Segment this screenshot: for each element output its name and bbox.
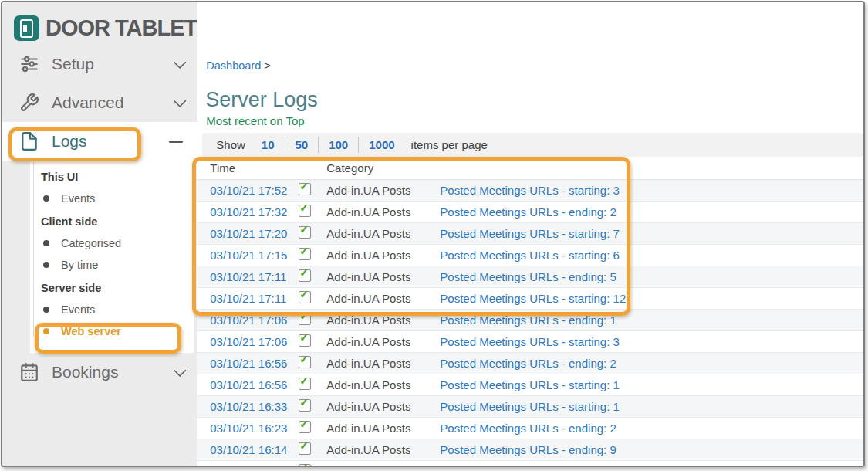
tree-item-label: Web server xyxy=(61,325,121,337)
table-row: 03/10/21 17:20 ✓ Add-in.UA Posts Posted … xyxy=(197,223,863,245)
log-time-link[interactable]: 03/10/21 17:20 xyxy=(210,227,287,240)
bullet-icon xyxy=(43,262,49,268)
log-category: Add-in.UA Posts xyxy=(326,465,440,466)
tree-section-label: This UI xyxy=(41,171,194,183)
log-message-link[interactable]: Posted Meetings URLs - ending: 9 xyxy=(440,443,616,456)
page-size-option-1000[interactable]: 1000 xyxy=(358,137,404,153)
log-message-link[interactable]: Posted Meetings URLs - starting: 12 xyxy=(440,292,626,305)
log-time-link[interactable]: 03/10/21 16:23 xyxy=(210,422,287,435)
log-time-link[interactable]: 03/10/21 17:11 xyxy=(210,292,286,305)
log-message-link[interactable]: Posted Meetings URLs - starting: 3 xyxy=(440,184,620,197)
screenshot-frame: DOOR TABLET Setup Advanced xyxy=(0,0,868,471)
log-category: Add-in.UA Posts xyxy=(326,313,440,327)
page-size-option-10[interactable]: 10 xyxy=(252,137,285,153)
log-message-link[interactable]: Posted Meetings URLs - ending: 1 xyxy=(440,313,616,327)
page-size-option-100[interactable]: 100 xyxy=(318,137,358,153)
log-time-link[interactable]: 03/10/21 17:32 xyxy=(210,205,287,219)
sidebar-item-label: Advanced xyxy=(52,93,174,112)
column-header-category: Category xyxy=(326,161,440,175)
table-row: 03/10/21 16:14 ✓ Add-in.UA Posts Posted … xyxy=(197,439,863,461)
log-message-link[interactable]: Posted Meetings URLs - starting: 6 xyxy=(440,249,620,262)
log-time-link[interactable]: 03/10/21 17:06 xyxy=(210,313,287,327)
collapse-minus-icon[interactable] xyxy=(169,141,183,143)
checked-note-icon: ✓ xyxy=(299,313,311,325)
log-message-link[interactable]: Posted Meetings URLs - starting: 7 xyxy=(440,227,620,240)
wrench-icon xyxy=(19,93,39,113)
log-message-link[interactable]: Posted Meetings URLs - ending: 2 xyxy=(440,422,616,435)
checked-note-icon: ✓ xyxy=(299,269,311,282)
sidebar-item-label: Bookings xyxy=(52,363,174,381)
bullet-icon xyxy=(43,307,49,313)
show-label: Show xyxy=(216,138,245,151)
checked-note-icon: ✓ xyxy=(299,248,311,260)
tree-item-label: By time xyxy=(61,259,98,271)
log-time-link[interactable]: 03/10/21 16:14 xyxy=(210,443,287,456)
breadcrumb-dashboard-link[interactable]: Dashboard xyxy=(206,59,261,72)
log-category: Add-in.UA Posts xyxy=(326,443,440,456)
table-row: 03/10/21 17:11 ✓ Add-in.UA Posts Posted … xyxy=(197,266,863,288)
log-time-link[interactable]: 03/10/21 17:52 xyxy=(210,184,287,197)
door-tablet-logo-icon xyxy=(14,15,39,41)
table-row: 03/10/21 16:23 ✓ Add-in.UA Posts Posted … xyxy=(197,418,863,439)
sidebar-item-setup[interactable]: Setup xyxy=(2,45,197,83)
sidebar-item-events[interactable]: Events xyxy=(30,188,194,208)
log-time-link[interactable]: 03/10/21 16:33 xyxy=(210,400,287,413)
calendar-icon xyxy=(19,362,39,382)
checked-note-icon: ✓ xyxy=(299,464,311,466)
bullet-icon xyxy=(43,328,49,334)
app-window: DOOR TABLET Setup Advanced xyxy=(1,1,865,467)
logs-tree: This UIEventsClient sideCategorisedBy ti… xyxy=(30,161,194,353)
checked-note-icon: ✓ xyxy=(299,356,311,368)
sidebar-item-by-time[interactable]: By time xyxy=(30,255,194,275)
log-time-link[interactable]: 03/10/21 16:14 xyxy=(210,465,287,466)
log-category: Add-in.UA Posts xyxy=(326,184,440,197)
checked-note-icon: ✓ xyxy=(299,205,311,217)
sidebar-item-logs[interactable]: Logs xyxy=(2,122,197,161)
table-row: 03/10/21 17:15 ✓ Add-in.UA Posts Posted … xyxy=(197,245,863,266)
tree-item-label: Categorised xyxy=(61,237,121,249)
log-category: Add-in.UA Posts xyxy=(326,400,440,413)
sidebar-item-web-server[interactable]: Web server xyxy=(30,321,194,341)
log-message-link[interactable]: Posted Meetings URLs - starting: 3 xyxy=(440,335,620,348)
log-category: Add-in.UA Posts xyxy=(326,249,440,262)
log-message-link[interactable]: Posted Meetings URLs - ending: 5 xyxy=(440,270,616,283)
log-time-link[interactable]: 03/10/21 17:11 xyxy=(210,270,286,283)
sidebar-item-advanced[interactable]: Advanced xyxy=(2,83,197,122)
column-header-time: Time xyxy=(197,161,299,175)
tree-item-label: Events xyxy=(61,192,95,205)
table-row: 03/10/21 16:33 ✓ Add-in.UA Posts Posted … xyxy=(197,396,863,418)
table-row: 03/10/21 17:32 ✓ Add-in.UA Posts Posted … xyxy=(197,202,863,223)
sidebar-item-events[interactable]: Events xyxy=(30,300,194,320)
table-row: 03/10/21 17:52 ✓ Add-in.UA Posts Posted … xyxy=(197,180,863,202)
log-message-link[interactable]: Posted Meetings URLs - starting: 1 xyxy=(440,378,620,391)
brand-name: DOOR TABLET xyxy=(46,15,197,41)
sidebar-item-bookings[interactable]: Bookings xyxy=(2,353,197,391)
checked-note-icon: ✓ xyxy=(299,334,311,347)
page-subtitle: Most recent on Top xyxy=(206,114,863,127)
log-table-body: 03/10/21 17:52 ✓ Add-in.UA Posts Posted … xyxy=(197,180,863,466)
log-message-link[interactable]: Posted Meetings URLs - starting: 1 xyxy=(440,400,620,413)
breadcrumb-separator: > xyxy=(264,59,270,72)
log-category: Add-in.UA Posts xyxy=(326,357,440,370)
table-row: 03/10/21 16:56 ✓ Add-in.UA Posts Posted … xyxy=(197,353,863,374)
log-category: Add-in.UA Posts xyxy=(326,227,440,240)
log-category: Add-in.UA Posts xyxy=(326,378,440,391)
log-message-link[interactable]: Posted Meetings URLs - ending: 2 xyxy=(440,357,616,370)
bullet-icon xyxy=(43,240,49,246)
log-category: Add-in.UA Posts xyxy=(326,292,440,305)
log-time-link[interactable]: 03/10/21 16:56 xyxy=(210,357,287,370)
log-time-link[interactable]: 03/10/21 16:56 xyxy=(210,378,287,391)
log-time-link[interactable]: 03/10/21 17:15 xyxy=(210,249,287,262)
table-row: 03/10/21 16:14 ✓ Add-in.UA Posts Posted … xyxy=(197,461,863,466)
log-message-link[interactable]: Posted Meetings URLs - ending: 50 xyxy=(440,465,623,466)
page-size-option-50[interactable]: 50 xyxy=(285,137,319,153)
tree-section-label: Server side xyxy=(41,282,194,294)
bullet-icon xyxy=(43,195,49,202)
log-category: Add-in.UA Posts xyxy=(326,270,440,283)
table-row: 03/10/21 17:11 ✓ Add-in.UA Posts Posted … xyxy=(197,288,863,310)
log-category: Add-in.UA Posts xyxy=(326,205,440,219)
log-message-link[interactable]: Posted Meetings URLs - ending: 2 xyxy=(440,205,616,219)
file-icon xyxy=(19,131,39,151)
log-time-link[interactable]: 03/10/21 17:06 xyxy=(210,335,287,348)
sidebar-item-categorised[interactable]: Categorised xyxy=(30,233,194,253)
